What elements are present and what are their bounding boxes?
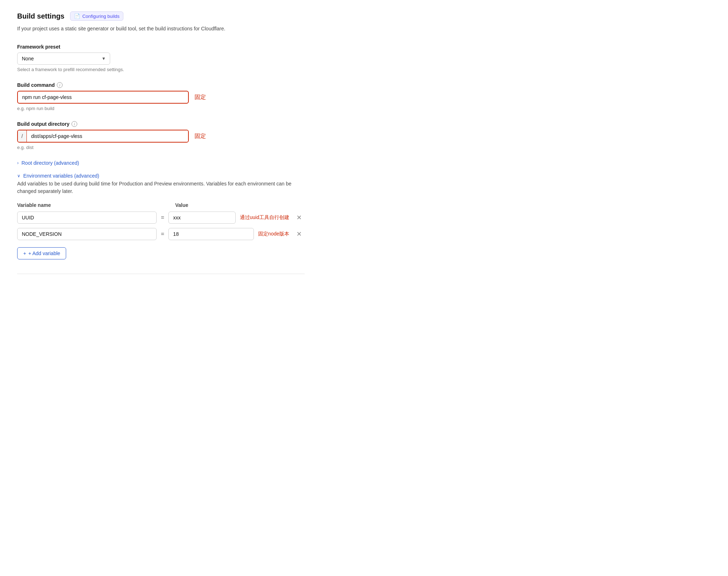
env-annotation-uuid: 通过uuid工具自行创建 [240, 214, 289, 221]
env-variables-label: Environment variables (advanced) [23, 173, 99, 179]
build-command-label: Build command i [17, 82, 305, 88]
docs-link-text: Configuring builds [82, 14, 119, 19]
build-output-label: Build output directory i [17, 121, 305, 127]
docs-link-icon: 📄 [74, 13, 80, 19]
root-directory-section: › Root directory (advanced) [17, 160, 305, 166]
env-name-input-uuid[interactable] [17, 212, 157, 224]
framework-preset-section: Framework preset None Next.js Gatsby Vue… [17, 44, 305, 72]
page-description: If your project uses a static site gener… [17, 25, 305, 33]
env-row-node-version: = 固定node版本 ✕ [17, 228, 305, 240]
page-header: Build settings 📄 Configuring builds [17, 11, 305, 21]
build-command-row: 固定 [17, 91, 305, 104]
env-row-uuid: = 通过uuid工具自行创建 ✕ [17, 212, 305, 224]
docs-link[interactable]: 📄 Configuring builds [70, 11, 123, 21]
build-output-row: / 固定 [17, 130, 305, 143]
env-equals-node-version: = [161, 231, 164, 237]
directory-prefix: / [18, 130, 27, 142]
chevron-right-icon: › [17, 160, 19, 165]
env-variables-description: Add variables to be used during build ti… [17, 180, 305, 195]
build-command-info-icon[interactable]: i [57, 82, 63, 88]
framework-preset-hint: Select a framework to prefill recommende… [17, 67, 305, 72]
build-output-fixed-badge: 固定 [195, 133, 206, 140]
section-divider [17, 274, 305, 274]
env-variables-section: ∨ Environment variables (advanced) Add v… [17, 173, 305, 259]
env-col-value-header: Value [175, 202, 305, 208]
env-value-row-node-version: 固定node版本 [168, 228, 289, 240]
root-directory-trigger[interactable]: › Root directory (advanced) [17, 160, 305, 166]
env-delete-button-node-version[interactable]: ✕ [294, 229, 305, 239]
add-variable-button[interactable]: + + Add variable [17, 247, 66, 259]
env-equals-uuid: = [161, 214, 164, 221]
framework-preset-label: Framework preset [17, 44, 305, 50]
add-variable-label: + Add variable [28, 250, 60, 256]
build-command-section: Build command i 固定 e.g. npm run build [17, 82, 305, 111]
root-directory-label: Root directory (advanced) [21, 160, 79, 166]
env-col-name-header: Variable name [17, 202, 157, 208]
build-command-fixed-badge: 固定 [195, 94, 206, 101]
env-variables-trigger[interactable]: ∨ Environment variables (advanced) [17, 173, 305, 179]
env-annotation-node-version: 固定node版本 [258, 231, 289, 237]
framework-preset-wrapper: None Next.js Gatsby Vue React ▼ [17, 53, 110, 65]
env-table-header: Variable name Value [17, 202, 305, 208]
build-output-wrapper: / [17, 130, 189, 143]
build-output-hint: e.g. dist [17, 145, 305, 150]
build-output-info-icon[interactable]: i [72, 121, 77, 127]
build-output-input[interactable] [27, 130, 188, 142]
env-delete-button-uuid[interactable]: ✕ [294, 213, 305, 222]
chevron-down-icon: ∨ [17, 173, 20, 178]
env-name-input-node-version[interactable] [17, 228, 157, 240]
add-variable-icon: + [23, 250, 26, 256]
env-value-input-node-version[interactable] [168, 228, 254, 240]
build-command-input[interactable] [17, 91, 189, 104]
build-command-hint: e.g. npm run build [17, 106, 305, 111]
framework-preset-select[interactable]: None Next.js Gatsby Vue React [17, 53, 110, 65]
env-value-row-uuid: 通过uuid工具自行创建 [168, 212, 289, 224]
page-title: Build settings [17, 12, 64, 20]
env-value-input-uuid[interactable] [168, 212, 235, 224]
build-output-section: Build output directory i / 固定 e.g. dist [17, 121, 305, 150]
